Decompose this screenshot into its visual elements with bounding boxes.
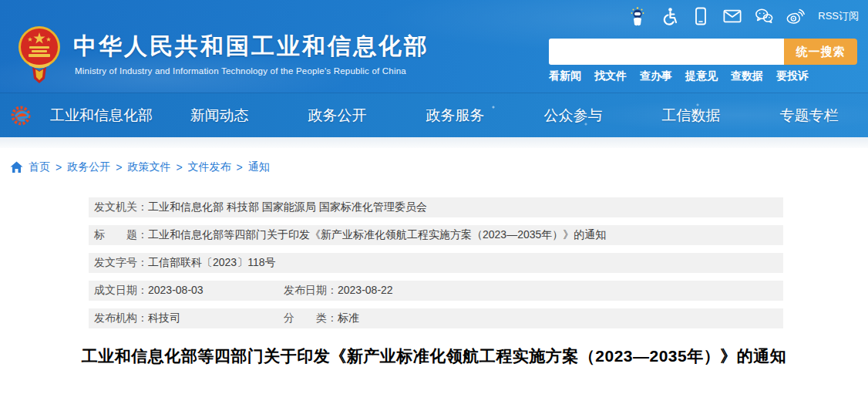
breadcrumb-separator: >: [116, 161, 122, 173]
meta-value: 2023-08-22: [338, 284, 393, 298]
nav-item-gov-disclosure[interactable]: 政务公开: [278, 106, 396, 126]
breadcrumb-document-release[interactable]: 文件发布: [188, 160, 231, 174]
quick-links: 看新闻 找文件 查办事 提意见 查数据 要投诉: [549, 69, 809, 83]
nav-item-miit[interactable]: 工业和信息化部: [42, 106, 160, 126]
meta-row-publisher-category: 发布机构： 科技司 分 类： 标准: [89, 308, 783, 328]
article-title: 工业和信息化部等四部门关于印发《新产业标准化领航工程实施方案（2023—2035…: [0, 345, 868, 367]
meta-row-issuing-agency: 发文机关： 工业和信息化部 科技部 国家能源局 国家标准化管理委员会: [89, 197, 783, 217]
mail-icon[interactable]: [723, 6, 742, 26]
meta-label: 发布机构：: [94, 311, 148, 325]
breadcrumb-separator: >: [56, 161, 62, 173]
meta-label: 成文日期：: [94, 284, 148, 298]
unified-search-button[interactable]: 统一搜索: [784, 39, 857, 65]
rss-subscribe-link[interactable]: RSS订阅: [818, 9, 859, 23]
search-input[interactable]: [549, 39, 784, 65]
breadcrumb-policy-documents[interactable]: 政策文件: [127, 160, 170, 174]
meta-label: 分 类：: [284, 311, 338, 325]
meta-value: 工业和信息化部 科技部 国家能源局 国家标准化管理委员会: [148, 200, 427, 214]
meta-label: 发文机关：: [94, 200, 148, 214]
site-title: 中华人民共和国工业和信息化部: [73, 31, 429, 62]
breadcrumb-separator: >: [237, 161, 243, 173]
home-icon[interactable]: [10, 161, 23, 173]
meta-value: 工业和信息化部等四部门关于印发《新产业标准化领航工程实施方案（2023—2035…: [148, 228, 606, 242]
meta-label: 标 题：: [94, 228, 148, 242]
meta-label: 发文字号：: [94, 256, 148, 270]
nav-item-special-topics[interactable]: 专题专栏: [750, 106, 868, 126]
breadcrumb-notice[interactable]: 通知: [248, 160, 270, 174]
meta-value: 标准: [338, 311, 359, 325]
site-subtitle: Ministry of Industry and Information Tec…: [75, 66, 406, 76]
quick-link-services[interactable]: 查办事: [640, 69, 672, 83]
quick-link-data[interactable]: 查数据: [731, 69, 763, 83]
quick-link-feedback[interactable]: 提意见: [685, 69, 718, 83]
search-bar: 统一搜索: [549, 39, 857, 65]
breadcrumb-home[interactable]: 首页: [29, 160, 50, 174]
document-meta-table: 发文机关： 工业和信息化部 科技部 国家能源局 国家标准化管理委员会 标 题： …: [89, 197, 783, 328]
topbar: RSS订阅: [628, 6, 859, 26]
meta-row-title: 标 题： 工业和信息化部等四部门关于印发《新产业标准化领航工程实施方案（2023…: [89, 225, 783, 245]
header-shadow-strip: [0, 137, 868, 148]
main-navbar: 工业和信息化部 新闻动态 政务公开 政务服务 公众参与 工信数据 专题专栏: [0, 93, 868, 137]
robot-icon[interactable]: [628, 6, 647, 26]
meta-label: 发布日期：: [284, 284, 338, 298]
quick-link-files[interactable]: 找文件: [594, 69, 627, 83]
nav-item-public-participation[interactable]: 公众参与: [514, 106, 632, 126]
wechat-icon[interactable]: [755, 6, 773, 26]
quick-link-complaint[interactable]: 要投诉: [776, 69, 809, 83]
breadcrumb-gov-disclosure[interactable]: 政务公开: [67, 160, 110, 174]
accessibility-icon[interactable]: [660, 6, 678, 26]
quick-link-news[interactable]: 看新闻: [549, 69, 581, 83]
breadcrumb-separator: >: [176, 161, 182, 173]
nav-item-news[interactable]: 新闻动态: [160, 106, 278, 126]
meta-row-doc-number: 发文字号： 工信部联科〔2023〕118号: [89, 253, 783, 273]
breadcrumb: 首页 > 政务公开 > 政策文件 > 文件发布 > 通知: [0, 148, 868, 176]
nav-item-gov-services[interactable]: 政务服务: [396, 106, 514, 126]
nav-item-miit-data[interactable]: 工信数据: [632, 106, 750, 126]
mobile-icon[interactable]: [691, 6, 710, 26]
meta-value: 工信部联科〔2023〕118号: [148, 256, 275, 270]
meta-row-dates: 成文日期： 2023-08-03 发布日期： 2023-08-22: [89, 281, 783, 301]
site-header: 中华人民共和国工业和信息化部 Ministry of Industry and …: [0, 0, 868, 93]
national-emblem: [17, 23, 62, 85]
meta-value: 2023-08-03: [148, 284, 204, 298]
nav-items: 工业和信息化部 新闻动态 政务公开 政务服务 公众参与 工信数据 专题专栏: [0, 106, 868, 126]
weibo-icon[interactable]: [786, 6, 805, 26]
meta-value: 科技司: [148, 311, 180, 325]
